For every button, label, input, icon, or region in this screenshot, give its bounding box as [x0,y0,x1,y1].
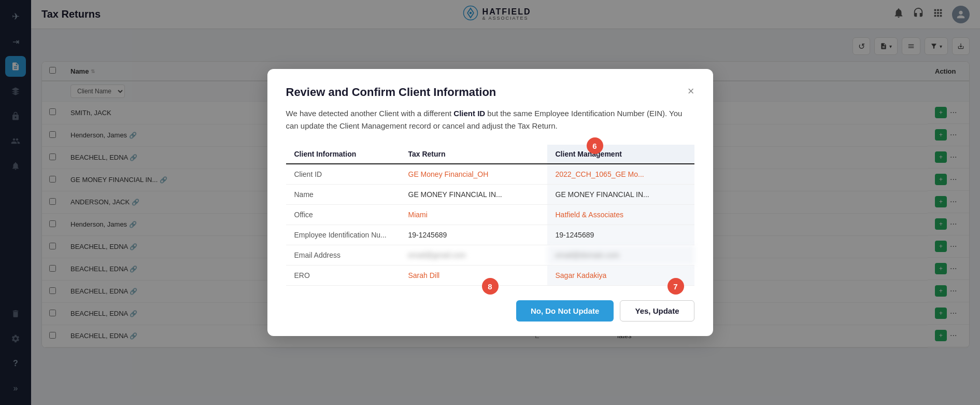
info-table-row: Employee Identification Nu... 19-1245689… [286,225,694,245]
modal-header: Review and Confirm Client Information × [286,86,694,99]
info-col-header-mgmt: Client Management [547,145,694,164]
info-row-label: Name [286,185,400,205]
modal-desc-part1: We have detected another Client with a d… [286,109,454,118]
modal-dialog: Review and Confirm Client Information × … [267,69,713,336]
info-table-row: Email Address email@gmail.com email@doma… [286,245,694,266]
info-col-header-tax: Tax Return [400,145,547,164]
badge-8: 8 [482,278,499,295]
info-table-row: Name GE MONEY FINANCIAL IN... GE MONEY F… [286,185,694,205]
info-row-label: Employee Identification Nu... [286,225,400,245]
info-row-label: Office [286,205,400,225]
info-row-mgmt: 2022_CCH_1065_GE Mo... [547,164,694,185]
info-row-label: Client ID [286,164,400,185]
badge-7: 7 [667,278,684,295]
modal-description: We have detected another Client with a d… [286,107,694,132]
info-row-tax: 19-1245689 [400,225,547,245]
info-row-tax: GE MONEY FINANCIAL IN... [400,185,547,205]
info-row-tax: Sarah Dill [400,266,547,286]
info-table-row: Office Miami Hatfield & Associates [286,205,694,225]
info-row-label: ERO [286,266,400,286]
info-row-tax: GE Money Financial_OH [400,164,547,185]
modal-overlay[interactable]: Review and Confirm Client Information × … [0,0,980,405]
modal-footer: 8 7 No, Do Not Update Yes, Update [286,300,694,322]
info-row-mgmt: email@domain.com [547,245,694,266]
no-update-button[interactable]: No, Do Not Update [516,300,614,322]
modal-desc-bold: Client ID [453,109,485,118]
modal-close-button[interactable]: × [688,86,694,97]
info-col-header-label: Client Information [286,145,400,164]
info-table: Client Information Tax Return Client Man… [286,145,694,286]
info-row-mgmt: GE MONEY FINANCIAL IN... [547,185,694,205]
info-row-tax: email@gmail.com [400,245,547,266]
yes-update-button[interactable]: Yes, Update [620,300,694,322]
info-table-row: Client ID GE Money Financial_OH 2022_CCH… [286,164,694,185]
badge-6: 6 [587,137,603,154]
info-row-label: Email Address [286,245,400,266]
info-row-tax: Miami [400,205,547,225]
info-row-mgmt: Hatfield & Associates [547,205,694,225]
modal-title: Review and Confirm Client Information [286,86,496,99]
info-row-mgmt: 19-1245689 [547,225,694,245]
